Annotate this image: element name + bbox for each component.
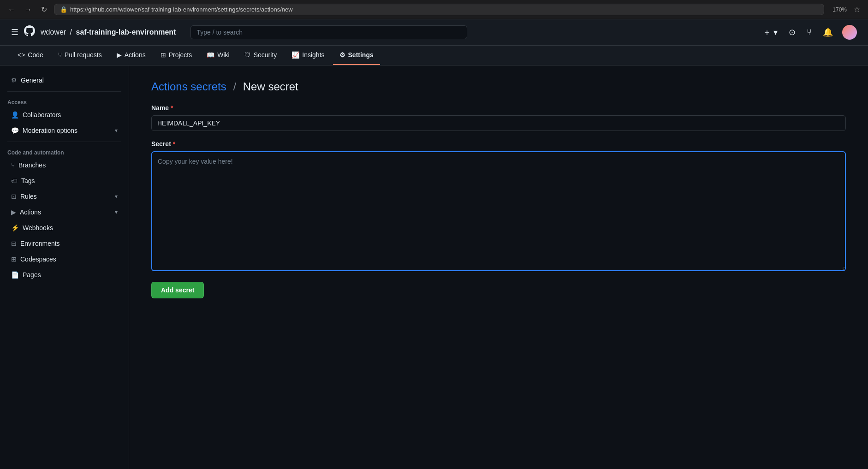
secret-textarea[interactable] [151,151,846,271]
moderation-icon: 💬 [11,127,19,134]
nav-code[interactable]: <> Code [11,46,50,65]
repo-owner[interactable]: wdower [41,28,66,36]
repo-path: wdower / saf-training-lab-environment [41,28,176,36]
sidebar-webhooks-label: Webhooks [23,224,53,232]
sidebar-divider-2 [7,142,121,142]
actions-chevron-icon: ▾ [115,209,118,215]
page-heading: Actions secrets / New secret [151,80,846,93]
sidebar-rules-label: Rules [20,193,37,200]
nav-security[interactable]: 🛡 Security [238,46,284,65]
pr-icon: ⑂ [58,51,62,59]
path-separator: / [70,28,72,36]
pull-requests-icon-button[interactable]: ⑂ [805,26,814,39]
url-bar[interactable]: 🔒 https://github.com/wdower/saf-training… [54,4,824,15]
branch-icon: ⑂ [11,161,15,169]
sidebar-collaborators-label: Collaborators [23,111,61,119]
header-left: ☰ wdower / saf-training-lab-environment [11,25,176,39]
reload-button[interactable]: ↻ [39,4,49,15]
new-button[interactable]: ＋ ▾ [761,25,779,40]
repo-nav: <> Code ⑂ Pull requests ▶ Actions ⊞ Proj… [0,46,868,65]
tag-icon: 🏷 [11,177,18,184]
sidebar-item-collaborators[interactable]: 👤 Collaborators [4,107,125,122]
people-icon: 👤 [11,111,19,119]
sidebar-item-general[interactable]: ⚙ General [4,73,125,88]
sidebar-item-rules[interactable]: ⊡ Rules ▾ [4,189,125,204]
breadcrumb-link[interactable]: Actions secrets [151,80,226,93]
nav-projects-label: Projects [169,51,192,59]
projects-icon: ⊞ [161,51,166,59]
nav-security-label: Security [254,51,277,59]
nav-insights-label: Insights [302,51,324,59]
settings-sidebar: ⚙ General Access 👤 Collaborators 💬 Moder… [0,65,129,469]
copilot-button[interactable]: ⊙ [787,25,797,39]
main-content: Actions secrets / New secret Name * Secr… [129,65,868,469]
name-required: * [171,104,173,112]
actions-sidebar-icon: ▶ [11,208,16,216]
inbox-button[interactable]: 🔔 [821,25,835,39]
sidebar-divider-1 [7,91,121,92]
add-secret-button[interactable]: Add secret [151,282,204,298]
sidebar-tags-label: Tags [21,177,35,184]
insights-icon: 📈 [291,51,299,59]
header-actions: ＋ ▾ ⊙ ⑂ 🔔 [761,25,857,40]
actions-icon: ▶ [117,51,122,59]
sidebar-item-codespaces[interactable]: ⊞ Codespaces [4,252,125,267]
hamburger-button[interactable]: ☰ [11,27,18,37]
nav-settings[interactable]: ⚙ Settings [333,46,380,65]
sidebar-item-actions[interactable]: ▶ Actions ▾ [4,205,125,220]
sidebar-item-branches[interactable]: ⑂ Branches [4,158,125,172]
sidebar-pages-label: Pages [23,271,41,279]
environment-icon: ⊟ [11,240,17,247]
name-input[interactable] [151,115,846,131]
star-button[interactable]: ☆ [851,4,862,15]
codespaces-icon: ⊞ [11,255,17,263]
rules-left: ⊡ Rules [11,193,37,200]
sidebar-access-section: Access [0,95,129,107]
back-button[interactable]: ← [6,5,18,15]
wiki-icon: 📖 [207,51,214,59]
main-layout: ⚙ General Access 👤 Collaborators 💬 Moder… [0,65,868,469]
nav-insights[interactable]: 📈 Insights [285,46,331,65]
nav-wiki[interactable]: 📖 Wiki [200,46,236,65]
name-label: Name * [151,104,846,112]
search-box[interactable] [190,25,467,39]
nav-pull-requests[interactable]: ⑂ Pull requests [52,46,108,65]
rules-chevron-icon: ▾ [115,193,118,200]
sidebar-branches-label: Branches [18,161,46,169]
secret-label: Secret * [151,140,846,148]
rules-icon: ⊡ [11,193,17,200]
name-form-group: Name * [151,104,846,131]
github-logo[interactable] [24,25,35,39]
sidebar-environments-label: Environments [20,240,60,247]
browser-chrome: ← → ↻ 🔒 https://github.com/wdower/saf-tr… [0,0,868,19]
repo-name[interactable]: saf-training-lab-environment [76,28,176,36]
pages-icon: 📄 [11,271,19,279]
actions-left: ▶ Actions [11,208,41,216]
moderation-left: 💬 Moderation options [11,127,77,134]
sidebar-general-label: General [21,77,44,84]
search-input[interactable] [190,25,467,39]
nav-actions[interactable]: ▶ Actions [110,46,152,65]
webhook-icon: ⚡ [11,224,19,232]
nav-projects[interactable]: ⊞ Projects [154,46,199,65]
page-title-suffix: New secret [243,80,298,93]
secret-form-group: Secret * [151,140,846,273]
nav-actions-label: Actions [125,51,146,59]
sidebar-codespaces-label: Codespaces [20,255,56,263]
sidebar-item-moderation[interactable]: 💬 Moderation options ▾ [4,123,125,138]
sidebar-item-webhooks[interactable]: ⚡ Webhooks [4,220,125,235]
sidebar-moderation-label: Moderation options [23,127,77,134]
forward-button[interactable]: → [22,5,34,15]
sidebar-item-pages[interactable]: 📄 Pages [4,267,125,282]
gear-icon: ⚙ [11,77,17,84]
sidebar-item-environments[interactable]: ⊟ Environments [4,236,125,251]
sidebar-item-tags[interactable]: 🏷 Tags [4,173,125,188]
user-avatar[interactable] [842,25,857,40]
secret-required: * [173,140,175,148]
lock-icon: 🔒 [60,6,67,13]
github-header: ☰ wdower / saf-training-lab-environment … [0,19,868,46]
settings-icon: ⚙ [339,51,345,59]
nav-wiki-label: Wiki [217,51,229,59]
breadcrumb-separator: / [233,80,239,93]
code-icon: <> [18,51,25,59]
